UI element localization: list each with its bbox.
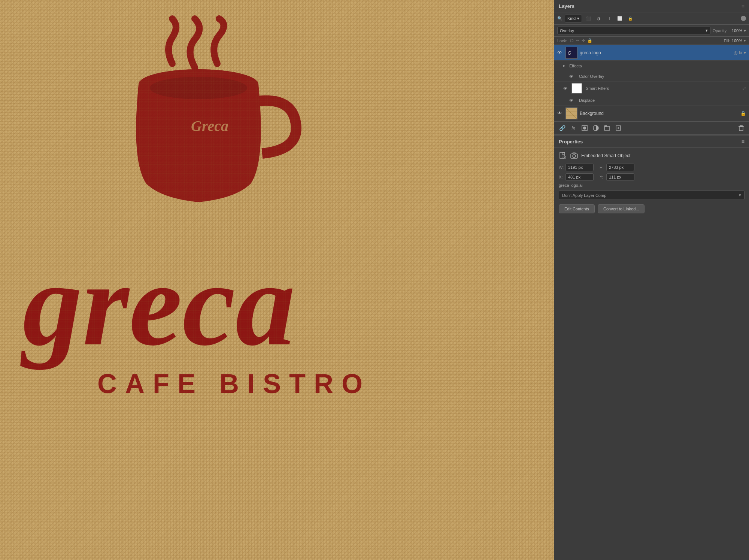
properties-panel-menu-icon[interactable]: ≡ — [742, 139, 745, 144]
layer-thumbnail-greca: G — [565, 47, 577, 59]
prop-h-input[interactable]: 2783 px — [606, 164, 634, 171]
sublayer-displace[interactable]: 👁 Displace — [554, 95, 749, 106]
prop-w-group: W: 3191 px — [559, 164, 594, 171]
smart-filter-thumbnail — [571, 83, 582, 94]
prop-x-group: X: 481 px — [559, 173, 594, 181]
svg-rect-17 — [604, 125, 607, 127]
sublayer-smart-filters[interactable]: 👁 Smart Filters ⇌ — [554, 82, 749, 95]
layers-toolbar: 🔗 fx — [554, 121, 749, 134]
canvas-area: Greca greca greca CAFE BISTRO — [0, 0, 554, 560]
layer-name-bg: Background — [580, 111, 738, 116]
layer-background[interactable]: 👁 Background 🔒 — [554, 106, 749, 121]
edit-contents-button[interactable]: Edit Contents — [559, 204, 595, 213]
prop-h-group: H: 2783 px — [600, 164, 634, 171]
properties-panel-header: Properties ≡ — [554, 136, 749, 148]
layer-visibility-bg[interactable]: 👁 — [557, 110, 563, 116]
layer-greca-logo[interactable]: 👁 G greca-logo ◎ fx ▾ — [554, 45, 749, 61]
search-icon: 🔍 — [557, 16, 562, 21]
layer-name-greca: greca-logo — [580, 50, 731, 55]
layer-icons-right-bg: 🔒 — [740, 111, 746, 116]
prop-type-label: Embedded Smart Object — [581, 153, 630, 158]
sublayer-effects[interactable]: ▸ Effects — [554, 61, 749, 71]
sublayer-color-overlay[interactable]: 👁 Color Overlay — [554, 71, 749, 82]
layers-filter-bar: 🔍 Kind ▾ ⬛ ◑ T ⬜ 🔒 — [554, 12, 749, 25]
svg-rect-23 — [740, 125, 742, 127]
layer-lock-icon-bg: 🔒 — [740, 111, 746, 116]
prop-type-row: Embedded Smart Object — [559, 152, 745, 160]
add-mask-icon[interactable] — [580, 124, 589, 132]
layer-icons-right-greca: ◎ fx ▾ — [734, 50, 746, 55]
layers-panel: Layers ≡ 🔍 Kind ▾ ⬛ ◑ T ⬜ 🔒 Overlay ▾ — [554, 0, 749, 135]
lock-bar: Lock: ⬡ ✏ ✛ 🔒 Fill: 100% ▾ — [554, 37, 749, 45]
filter-smart-icon[interactable]: 🔒 — [626, 14, 634, 22]
prop-x-input[interactable]: 481 px — [565, 173, 594, 181]
properties-content: Embedded Smart Object W: 3191 px H: 2783… — [554, 148, 749, 217]
fx-icon[interactable]: fx — [569, 124, 577, 132]
opacity-value[interactable]: 100% — [729, 28, 742, 33]
filter-pixel-icon[interactable]: ⬛ — [584, 14, 592, 22]
svg-rect-31 — [573, 153, 576, 154]
blend-mode-dropdown[interactable]: Overlay ▾ — [557, 27, 710, 34]
properties-panel: Properties ≡ — [554, 135, 749, 560]
filter-adjustment-icon[interactable]: ◑ — [595, 14, 603, 22]
sublayer-displace-label: Displace — [579, 98, 595, 103]
lock-all-icon[interactable]: 🔒 — [587, 38, 592, 43]
filter-type-icon[interactable]: T — [605, 14, 613, 22]
prop-w-input[interactable]: 3191 px — [565, 164, 594, 171]
right-panel: Layers ≡ 🔍 Kind ▾ ⬛ ◑ T ⬜ 🔒 Overlay ▾ — [554, 0, 749, 560]
layer-thumbnail-bg — [565, 107, 577, 119]
comp-dropdown-chevron: ▾ — [739, 193, 741, 198]
layer-visibility-greca[interactable]: 👁 — [557, 50, 563, 55]
new-layer-icon[interactable] — [614, 124, 622, 132]
svg-rect-25 — [562, 152, 565, 154]
properties-panel-title: Properties — [559, 139, 583, 144]
lock-paint-icon[interactable]: ✏ — [576, 38, 579, 43]
layers-list: 👁 G greca-logo ◎ fx ▾ ▸ Effects — [554, 45, 749, 121]
lock-transparent-icon[interactable]: ⬡ — [570, 38, 574, 43]
svg-rect-16 — [604, 127, 610, 130]
lock-position-icon[interactable]: ✛ — [582, 38, 585, 43]
lock-icons: ⬡ ✏ ✛ 🔒 — [570, 38, 592, 43]
prop-y-input[interactable]: 111 px — [606, 173, 634, 181]
prop-comp-dropdown-row: Don't Apply Layer Comp ▾ — [559, 191, 745, 200]
sublayer-effects-label: Effects — [569, 64, 582, 68]
kind-filter-dropdown[interactable]: Kind ▾ — [565, 15, 582, 22]
prop-xy-row: X: 481 px Y: 111 px — [559, 173, 745, 181]
layers-panel-menu-icon[interactable]: ≡ — [742, 3, 745, 9]
layer-visibility-displace[interactable]: 👁 — [569, 98, 575, 103]
svg-rect-21 — [739, 127, 743, 131]
smart-object-camera-icon — [570, 152, 578, 160]
filter-shape-icon[interactable]: ⬜ — [616, 14, 624, 22]
layers-panel-title: Layers — [559, 3, 574, 9]
layer-visibility-smart[interactable]: 👁 — [563, 86, 569, 91]
fill-group: Fill: 100% ▾ — [724, 38, 746, 43]
layer-smart-icon: ◎ — [734, 50, 737, 55]
svg-text:CAFE BISTRO: CAFE BISTRO — [97, 369, 371, 399]
prop-y-group: Y: 111 px — [600, 173, 634, 181]
sublayer-smart-filters-label: Smart Filters — [586, 86, 609, 91]
layer-expand-icon[interactable]: ▾ — [744, 50, 746, 55]
prop-filename: greca-logo.ai — [559, 183, 745, 188]
opacity-group: Opacity: 100% ▾ — [713, 28, 746, 33]
convert-to-linked-button[interactable]: Convert to Linked... — [598, 204, 645, 213]
svg-point-2 — [150, 77, 247, 99]
svg-text:G: G — [568, 51, 571, 56]
smart-object-document-icon — [559, 152, 567, 160]
fill-value[interactable]: 100% — [732, 39, 742, 43]
new-group-icon[interactable] — [603, 124, 611, 132]
svg-point-14 — [583, 127, 586, 130]
prop-buttons-row: Edit Contents Convert to Linked... — [559, 204, 745, 213]
blend-mode-bar: Overlay ▾ Opacity: 100% ▾ — [554, 25, 749, 37]
filter-toggle[interactable] — [741, 16, 746, 21]
burlap-background: Greca greca greca CAFE BISTRO — [0, 0, 554, 560]
layers-panel-header: Layers ≡ — [554, 0, 749, 12]
smart-filters-options-icon[interactable]: ⇌ — [742, 86, 746, 91]
svg-point-30 — [573, 155, 576, 158]
prop-comp-dropdown[interactable]: Don't Apply Layer Comp ▾ — [559, 191, 745, 200]
svg-text:greca: greca — [19, 238, 295, 371]
layer-visibility-color-overlay[interactable]: 👁 — [569, 74, 575, 79]
adjustment-icon[interactable] — [592, 124, 600, 132]
delete-layer-icon[interactable] — [737, 124, 745, 132]
svg-text:Greca: Greca — [191, 118, 228, 134]
link-layers-icon[interactable]: 🔗 — [558, 124, 566, 132]
